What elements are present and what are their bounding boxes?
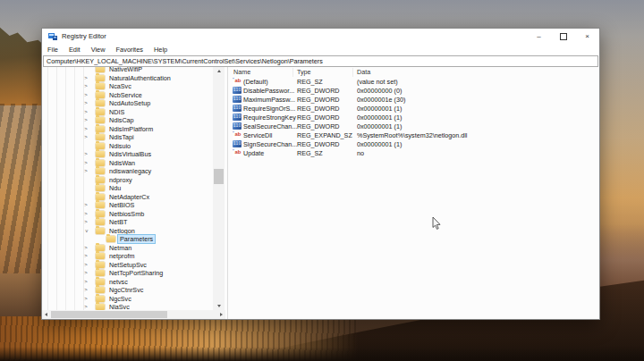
tree-item-label[interactable]: NetSetupSvc (107, 261, 148, 269)
chevron-collapsed-icon[interactable]: > (81, 218, 90, 226)
chevron-collapsed-icon[interactable]: > (81, 91, 90, 99)
chevron-collapsed-icon[interactable]: > (81, 74, 90, 82)
tree-item-label[interactable]: Ndu (107, 184, 123, 192)
tree-item-NativeWifiP[interactable]: NativeWifiP (42, 67, 212, 74)
tree-item-label[interactable]: NaturalAuthentication (107, 74, 173, 82)
chevron-collapsed-icon[interactable]: > (81, 150, 90, 158)
tree-item-label[interactable]: ndproxy (107, 176, 134, 184)
tree-item-label[interactable]: NetTcpPortSharing (107, 269, 165, 277)
value-row-SealSecureChan...[interactable]: SealSecureChan...REG_DWORD0x00000001 (1) (228, 122, 599, 130)
tree-item-label[interactable]: Parameters (118, 235, 155, 243)
tree-item-NdisWan[interactable]: >NdisWan (42, 159, 212, 168)
tree-item-NcdAutoSetup[interactable]: >NcdAutoSetup (42, 99, 212, 108)
tree-item-label[interactable]: NDIS (107, 108, 126, 116)
chevron-expanded-icon[interactable]: > (82, 226, 90, 235)
tree-item-label[interactable]: NcdAutoSetup (107, 99, 152, 107)
chevron-collapsed-icon[interactable]: > (81, 159, 90, 167)
tree-item-label[interactable]: NetBT (107, 218, 129, 226)
tree-item-NetAdapterCx[interactable]: NetAdapterCx (42, 193, 212, 202)
chevron-collapsed-icon[interactable]: > (81, 244, 90, 252)
scroll-down-button[interactable] (213, 302, 225, 310)
chevron-collapsed-icon[interactable]: > (81, 99, 90, 107)
menu-edit[interactable]: Edit (64, 46, 86, 54)
tree-item-Ndisuio[interactable]: Ndisuio (42, 142, 212, 151)
tree-item-label[interactable]: NetAdapterCx (107, 193, 151, 201)
tree-item-label[interactable]: NetbiosSmb (107, 210, 146, 218)
chevron-collapsed-icon[interactable]: > (81, 210, 90, 218)
tree-item-label[interactable]: netprofm (107, 252, 136, 260)
tree-item-label[interactable]: NdisTapi (107, 133, 136, 141)
menu-help[interactable]: Help (148, 46, 173, 54)
tree-item-label[interactable]: NdisImPlatform (107, 125, 155, 133)
value-row-SignSecureChan...[interactable]: SignSecureChan...REG_DWORD0x00000001 (1) (228, 139, 599, 148)
tree-item-netvsc[interactable]: >netvsc (42, 278, 212, 287)
tree-item-NetbiosSmb[interactable]: >NetbiosSmb (42, 210, 212, 219)
tree-item-label[interactable]: NgcCtnrSvc (107, 286, 145, 294)
tree-item-label[interactable]: Ndisuio (107, 142, 132, 150)
scroll-left-button[interactable] (42, 310, 50, 319)
scroll-right-button[interactable] (217, 310, 225, 319)
tree-item-label[interactable]: NdisWan (107, 159, 137, 167)
tree-item-label[interactable]: NcaSvc (107, 82, 133, 90)
value-row-Update[interactable]: UpdateREG_SZno (228, 148, 599, 157)
tree-item-label[interactable]: Netman (107, 244, 133, 252)
tree-item-NetBT[interactable]: >NetBT (42, 218, 212, 227)
chevron-collapsed-icon[interactable]: > (81, 167, 90, 175)
tree-item-NcbService[interactable]: >NcbService (42, 91, 212, 100)
chevron-collapsed-icon[interactable]: > (81, 269, 90, 277)
chevron-collapsed-icon[interactable]: > (81, 295, 90, 303)
tree-item-ndproxy[interactable]: ndproxy (42, 176, 212, 185)
tree-item-label[interactable]: NativeWifiP (107, 67, 144, 73)
chevron-collapsed-icon[interactable]: > (81, 108, 90, 116)
tree-item-label[interactable]: NgcSvc (107, 295, 133, 303)
value-row-(Default)[interactable]: (Default)REG_SZ(value not set) (228, 77, 599, 86)
tree-item-NDIS[interactable]: >NDIS (42, 108, 212, 117)
value-row-ServiceDll[interactable]: ServiceDllREG_EXPAND_SZ%SystemRoot%\syst… (228, 130, 599, 139)
title-bar[interactable]: Registry Editor – × (42, 29, 599, 44)
tree-item-NcaSvc[interactable]: >NcaSvc (42, 82, 212, 91)
scroll-up-button[interactable] (213, 67, 225, 75)
tree-item-label[interactable]: NdisCap (107, 116, 136, 124)
chevron-collapsed-icon[interactable]: > (81, 286, 90, 294)
menu-file[interactable]: File (42, 46, 64, 54)
tree-item-Netlogon[interactable]: >Netlogon (42, 227, 212, 236)
registry-path-input[interactable]: Computer\HKEY_LOCAL_MACHINE\SYSTEM\Curre… (43, 55, 598, 67)
tree-item-NdisTapi[interactable]: >NdisTapi (42, 133, 212, 142)
value-row-MaximumPassw...[interactable]: MaximumPassw...REG_DWORD0x0000001e (30) (228, 95, 599, 104)
chevron-collapsed-icon[interactable]: > (81, 261, 90, 269)
tree-item-label[interactable]: ndiswanlegacy (107, 167, 153, 175)
tree-item-Parameters[interactable]: Parameters (42, 235, 212, 244)
maximize-button[interactable] (551, 29, 575, 44)
tree-item-Netman[interactable]: >Netman (42, 244, 212, 253)
menu-view[interactable]: View (86, 46, 111, 54)
tree-hscroll-thumb[interactable] (51, 311, 167, 318)
value-row-RequireStrongKey[interactable]: RequireStrongKeyREG_DWORD0x00000001 (1) (228, 113, 599, 122)
tree-item-label[interactable]: Netlogon (107, 227, 137, 235)
tree-item-NdisVirtualBus[interactable]: >NdisVirtualBus (42, 150, 212, 159)
column-divider[interactable] (292, 68, 293, 77)
tree-item-label[interactable]: NetBIOS (107, 201, 136, 209)
tree-item-Ndu[interactable]: Ndu (42, 184, 212, 193)
chevron-collapsed-icon[interactable]: > (81, 252, 90, 260)
tree-item-NgcCtnrSvc[interactable]: >NgcCtnrSvc (42, 286, 212, 295)
tree-item-label[interactable]: netvsc (107, 278, 130, 286)
chevron-collapsed-icon[interactable]: > (81, 116, 90, 124)
minimize-button[interactable]: – (527, 29, 551, 44)
tree-item-NaturalAuthentication[interactable]: >NaturalAuthentication (42, 74, 212, 83)
tree-item-label[interactable]: NcbService (107, 91, 144, 99)
tree-item-NdisImPlatform[interactable]: >NdisImPlatform (42, 125, 212, 134)
chevron-collapsed-icon[interactable]: > (81, 201, 90, 209)
tree-item-NgcSvc[interactable]: >NgcSvc (42, 295, 212, 304)
chevron-collapsed-icon[interactable]: > (81, 82, 90, 90)
chevron-collapsed-icon[interactable]: > (81, 133, 90, 141)
tree-item-NetBIOS[interactable]: >NetBIOS (42, 201, 212, 210)
tree-item-NetSetupSvc[interactable]: >NetSetupSvc (42, 261, 212, 270)
tree-vscroll-thumb[interactable] (214, 169, 224, 184)
column-divider[interactable] (352, 68, 353, 77)
tree-item-label[interactable]: NdisVirtualBus (107, 150, 153, 158)
tree-horizontal-scrollbar[interactable] (42, 310, 225, 319)
chevron-collapsed-icon[interactable]: > (81, 278, 90, 286)
tree-vertical-scrollbar[interactable] (213, 67, 225, 310)
tree-item-netprofm[interactable]: >netprofm (42, 252, 212, 261)
value-row-RequireSignOrS...[interactable]: RequireSignOrS...REG_DWORD0x00000001 (1) (228, 104, 599, 113)
